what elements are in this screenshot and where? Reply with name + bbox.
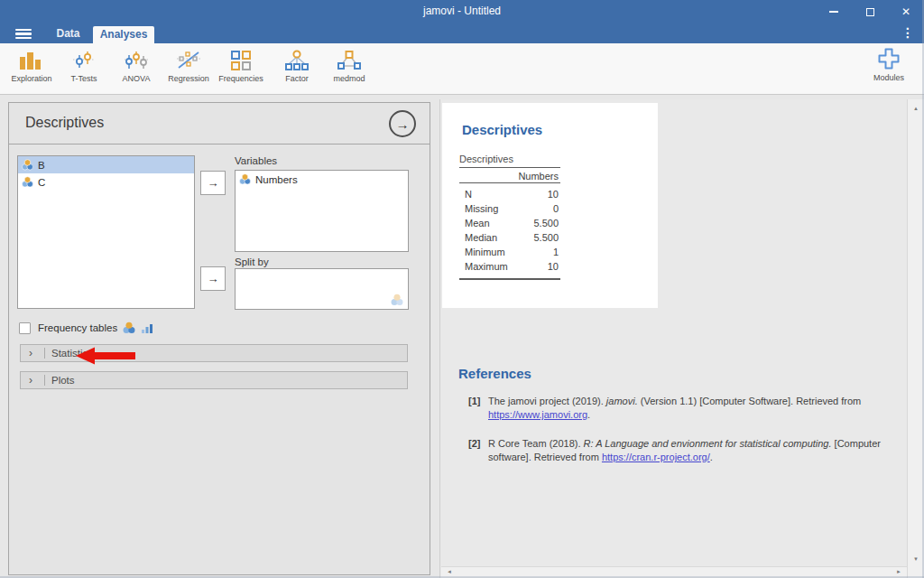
analyses-ribbon: Exploration T-Tests ANOVA [0, 43, 924, 95]
move-to-splitby-button[interactable]: → [200, 266, 226, 291]
variables-box-label: Variables [235, 155, 277, 166]
table-title: Descriptives [459, 154, 560, 167]
t-test-icon [72, 50, 96, 71]
anova-icon [124, 50, 149, 71]
divider [44, 375, 45, 386]
ribbon-label: Frequencies [218, 74, 263, 83]
options-header: Descriptives → [9, 103, 430, 144]
table-row: Missing0 [459, 201, 560, 216]
collapse-options-button[interactable]: → [389, 110, 416, 137]
reference-index: [1] [468, 395, 488, 422]
minimize-icon [829, 11, 838, 13]
variable-row-numbers[interactable]: Numbers [236, 171, 408, 188]
reference-index: [2] [468, 437, 488, 464]
move-to-variables-button[interactable]: → [200, 171, 226, 195]
ribbon-label: medmod [333, 74, 365, 83]
maximize-button[interactable] [852, 0, 888, 23]
divider [44, 348, 45, 359]
frequency-tables-label: Frequency tables [38, 322, 117, 333]
variable-name: B [38, 160, 45, 171]
ribbon-label: Regression [168, 74, 209, 83]
ribbon-label: Factor [285, 74, 309, 83]
reference-item-1: [1] The jamovi project (2019). jamovi. (… [468, 395, 883, 422]
nominal-variable-icon [123, 322, 135, 334]
ribbon-label: T-Tests [70, 74, 97, 83]
reference-text: The jamovi project (2019). jamovi. (Vers… [488, 395, 883, 422]
window-title: jamovi - Untitled [0, 5, 924, 17]
descriptives-table: Descriptives Numbers N10 Missing0 Mean5.… [459, 154, 560, 280]
results-heading: Descriptives [462, 122, 542, 137]
table-row: Maximum10 [459, 259, 560, 274]
ribbon-item-regression[interactable]: Regression [162, 47, 215, 92]
table-row: Mean5.500 [459, 216, 560, 230]
minimize-button[interactable] [816, 0, 852, 23]
ribbon-item-exploration[interactable]: Exploration [5, 47, 58, 92]
factor-icon [284, 50, 310, 71]
ribbon-item-factor[interactable]: Factor [271, 47, 323, 92]
variable-row-b[interactable]: B [18, 156, 194, 173]
bar-graph-icon [141, 322, 153, 334]
close-button[interactable]: ✕ [888, 0, 924, 23]
chevron-right-icon: › [29, 347, 38, 359]
reference-item-2: [2] R Core Team (2018). R: A Language an… [468, 437, 883, 464]
jamovi-org-link[interactable]: https://www.jamovi.org [488, 409, 587, 420]
nominal-variable-icon [22, 176, 33, 188]
source-variables-list[interactable]: B C [17, 155, 195, 309]
kebab-menu-icon[interactable]: ⋮ [901, 25, 914, 40]
ribbon-item-anova[interactable]: ANOVA [110, 47, 162, 92]
ribbon-label: Modules [873, 73, 904, 82]
ribbon-item-modules[interactable]: Modules [863, 47, 915, 92]
titlebar: jamovi - Untitled ✕ [0, 0, 924, 23]
chevron-right-icon: › [29, 374, 38, 387]
splitby-box-label: Split by [235, 256, 269, 267]
references-heading: References [458, 366, 531, 381]
nominal-variable-icon [22, 159, 33, 171]
variable-row-c[interactable]: C [18, 173, 194, 191]
jamovi-window: jamovi - Untitled ✕ Data Analyses ⋮ Expl… [0, 0, 924, 578]
results-panel: Descriptives Descriptives Numbers N10 Mi… [439, 99, 907, 578]
descriptives-options-panel: Descriptives → B [8, 102, 430, 575]
cran-link[interactable]: https://cran.r-project.org/ [602, 452, 710, 462]
red-annotation-arrow [76, 347, 135, 365]
tab-data[interactable]: Data [43, 23, 93, 43]
variable-name: C [38, 177, 45, 188]
frequency-tables-checkbox[interactable] [19, 322, 31, 334]
variables-box[interactable]: Numbers [235, 170, 409, 252]
table-row: Minimum1 [459, 245, 560, 259]
main-area: Descriptives → B [0, 95, 924, 578]
bar-chart-icon [18, 50, 45, 71]
plots-section-label: Plots [51, 375, 75, 386]
table-row: Median5.500 [459, 230, 560, 245]
ribbon-item-medmod[interactable]: medmod [323, 47, 375, 92]
nominal-variable-icon [239, 173, 251, 185]
ribbon-label: Exploration [11, 74, 51, 83]
tab-bar: Data Analyses ⋮ [0, 23, 924, 43]
table-body: N10 Missing0 Mean5.500 Median5.500 Minim… [459, 183, 560, 280]
plots-section-header[interactable]: › Plots [20, 371, 408, 389]
options-title: Descriptives [25, 115, 104, 131]
nominal-variable-ghost-icon [391, 294, 403, 306]
maximize-icon [866, 8, 874, 16]
reference-text: R Core Team (2018). R: A Language and en… [488, 437, 883, 464]
hamburger-menu-icon[interactable] [15, 29, 32, 39]
variable-name: Numbers [255, 174, 298, 185]
ribbon-item-frequencies[interactable]: Frequencies [215, 47, 267, 92]
tab-analyses[interactable]: Analyses [93, 26, 154, 43]
window-controls: ✕ [816, 0, 924, 23]
frequency-tables-option: Frequency tables [19, 322, 153, 334]
ribbon-label: ANOVA [123, 74, 151, 83]
table-row: N10 [459, 187, 560, 201]
table-column-header: Numbers [459, 167, 560, 183]
ribbon-item-ttests[interactable]: T-Tests [58, 47, 110, 92]
splitby-box[interactable] [235, 268, 409, 310]
regression-icon [176, 50, 201, 71]
medmod-icon [337, 50, 362, 71]
frequencies-icon [230, 50, 252, 71]
plus-icon [877, 47, 901, 70]
